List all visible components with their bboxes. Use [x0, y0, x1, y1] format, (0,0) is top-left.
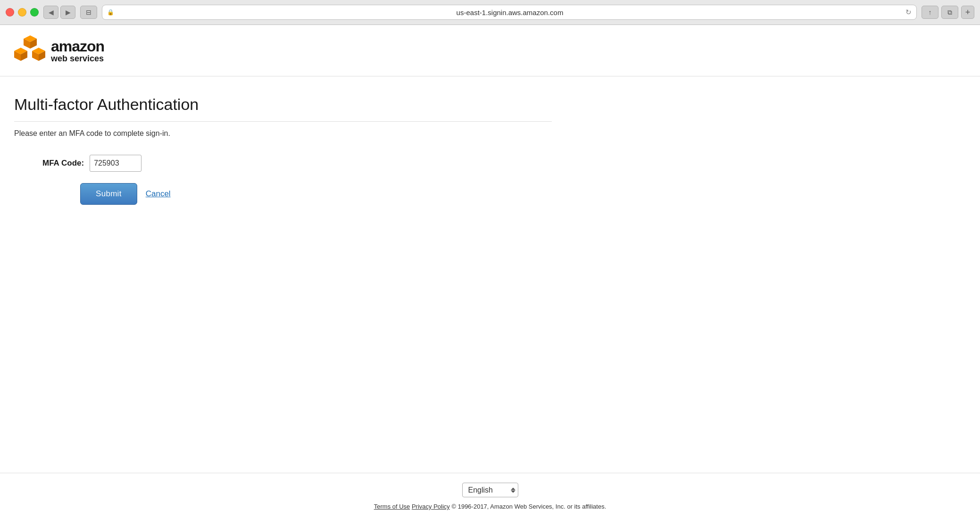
nav-buttons: ◀ ▶ [43, 6, 75, 19]
page-title: Multi-factor Authentication [14, 95, 552, 122]
privacy-policy-link[interactable]: Privacy Policy [412, 503, 450, 510]
aws-webservices-label: web services [51, 54, 104, 64]
page-main: Multi-factor Authentication Please enter… [0, 76, 566, 473]
tab-overview-icon: ⧉ [947, 8, 952, 17]
terms-of-use-link[interactable]: Terms of Use [374, 503, 410, 510]
url-text: us-east-1.signin.aws.amazon.com [117, 8, 903, 17]
maximize-window-button[interactable] [30, 8, 39, 17]
footer-legal: Terms of Use Privacy Policy © 1996-2017,… [374, 503, 606, 510]
traffic-lights [6, 8, 39, 17]
copyright-text: © 1996-2017, Amazon Web Services, Inc. o… [450, 503, 606, 510]
mfa-code-label: MFA Code: [42, 159, 84, 168]
browser-chrome: ◀ ▶ ⊟ 🔒 us-east-1.signin.aws.amazon.com … [0, 0, 980, 25]
aws-logo: amazon web services [14, 35, 966, 67]
mfa-form: MFA Code: Submit Cancel [14, 155, 552, 205]
close-window-button[interactable] [6, 8, 14, 17]
language-select[interactable]: English Español Français Deutsch 日本語 한국어… [462, 483, 518, 497]
sidebar-toggle-button[interactable]: ⊟ [80, 6, 97, 19]
browser-actions: ↑ ⧉ + [922, 6, 974, 19]
back-button[interactable]: ◀ [43, 6, 58, 19]
page-subtitle: Please enter an MFA code to complete sig… [14, 129, 552, 138]
submit-button[interactable]: Submit [80, 183, 137, 205]
aws-cubes-icon [14, 35, 46, 67]
forward-button[interactable]: ▶ [60, 6, 75, 19]
reload-button[interactable]: ↻ [905, 8, 912, 17]
mfa-code-row: MFA Code: [42, 155, 552, 172]
aws-text: amazon web services [51, 39, 104, 64]
mfa-code-input[interactable] [90, 155, 141, 172]
new-tab-button[interactable]: + [961, 6, 974, 19]
language-selector-wrapper: English Español Français Deutsch 日本語 한국어… [462, 483, 518, 497]
forward-icon: ▶ [66, 8, 71, 16]
page-header: amazon web services [0, 25, 980, 76]
button-row: Submit Cancel [42, 183, 552, 205]
address-bar[interactable]: 🔒 us-east-1.signin.aws.amazon.com ↻ [102, 5, 917, 20]
browser-content: amazon web services Multi-factor Authent… [0, 25, 980, 519]
page-footer: English Español Français Deutsch 日本語 한국어… [0, 473, 980, 519]
sidebar-icon: ⊟ [86, 8, 91, 16]
share-icon: ↑ [929, 8, 932, 16]
plus-icon: + [965, 8, 971, 17]
back-icon: ◀ [49, 8, 54, 16]
cancel-link[interactable]: Cancel [146, 189, 171, 199]
minimize-window-button[interactable] [18, 8, 26, 17]
share-button[interactable]: ↑ [922, 6, 938, 19]
tab-overview-button[interactable]: ⧉ [941, 6, 958, 19]
lock-icon: 🔒 [107, 9, 114, 16]
aws-amazon-label: amazon [51, 39, 104, 54]
